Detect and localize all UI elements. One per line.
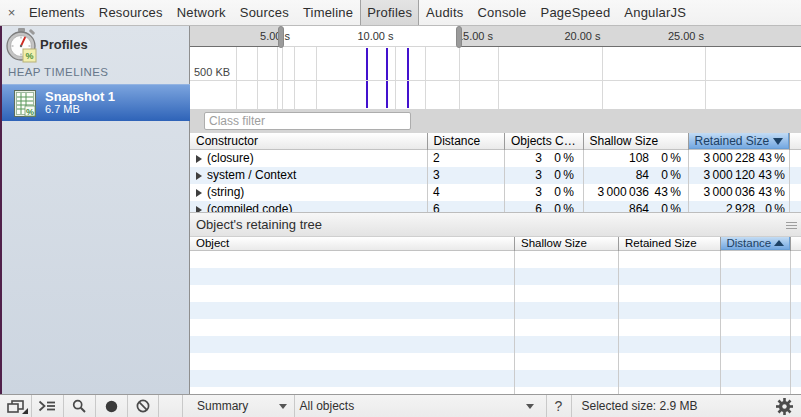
svg-text:%: % [25,51,33,61]
column-separator [618,237,619,251]
search-button[interactable] [64,395,96,417]
help-button[interactable]: ? [547,395,571,417]
column-header-objects-count[interactable]: Objects C… [505,133,583,148]
ruler-label: 15.00 s [457,30,493,42]
tab-audits[interactable]: Audits [419,0,470,25]
clear-button[interactable] [128,395,159,417]
constructor-row[interactable]: system / Context330 %840 %3 000 12043 % [190,167,801,184]
class-filter-input[interactable] [204,112,411,130]
cell-objects-count-percent: 0 % [554,184,574,201]
snapshot-marker [366,48,368,108]
retaining-tree-titlebar[interactable]: Object's retaining tree [190,212,801,237]
record-button[interactable] [96,395,127,417]
column-separator [720,237,721,251]
cell-shallow-size: 108 [629,150,649,167]
column-separator [514,251,515,394]
column-header-rt-shallow-size[interactable]: Shallow Size [515,237,618,249]
tab-elements[interactable]: Elements [22,0,92,25]
snapshot-marker [386,48,388,108]
cell-objects-count: 3 [535,167,542,184]
expand-arrow-icon[interactable] [196,155,202,163]
timeline-ruler[interactable]: 5.00 s10.00 s15.00 s20.00 s25.00 s [190,26,801,47]
column-header-retained-size-label: Retained Size [695,134,770,148]
expand-arrow-icon[interactable] [196,189,202,197]
cell-constructor: (closure) [196,150,254,167]
constructor-row[interactable]: (closure)230 %1080 %3 000 22843 % [190,150,801,167]
show-console-button[interactable] [32,395,63,417]
window-resizer-left[interactable] [278,26,284,48]
ruler-label: 20.00 s [564,30,600,42]
close-icon[interactable]: × [5,0,18,25]
column-separator [720,251,721,394]
tab-profiles[interactable]: Profiles [360,0,419,25]
statusbar-spacer [159,395,182,417]
column-separator [790,251,791,394]
panel-tabs: ElementsResourcesNetworkSourcesTimelineP… [22,0,693,25]
window-resizer-right[interactable] [456,26,462,48]
tab-console[interactable]: Console [470,0,533,25]
heap-timeline-overview[interactable]: 500 KB [190,47,801,109]
constructor-row[interactable]: (string)430 %3 000 03643 %3 000 03643 % [190,184,801,201]
help-label: ? [555,398,563,414]
snapshot-size: 6.7 MB [45,103,80,115]
selected-size-label: Selected size: 2.9 MB [582,399,698,413]
tab-timeline[interactable]: Timeline [296,0,360,25]
tab-angularjs[interactable]: AngularJS [617,0,693,25]
grid-line [316,47,317,109]
cell-constructor: (string) [196,184,244,201]
sidebar-title: Profiles [40,37,88,52]
statusbar-flex-spacer [698,395,767,417]
perspective-select[interactable]: Summary [183,395,294,417]
constructor-name: (closure) [196,151,254,165]
constructor-name: system / Context [196,168,296,182]
ruler-label: 25.00 s [668,30,704,42]
grid-line [425,47,426,109]
tab-network[interactable]: Network [170,0,233,25]
ruler-label: 5.00 s [260,30,290,42]
grid-line [282,47,283,109]
record-icon [105,400,118,413]
column-header-rt-distance[interactable]: Distance [720,237,791,250]
tab-sources[interactable]: Sources [233,0,296,25]
tab-resources[interactable]: Resources [92,0,170,25]
cell-distance: 4 [433,184,440,201]
retaining-tree-header: Object Shallow Size Retained Size Distan… [190,237,801,251]
panel-tabbar: × ElementsResourcesNetworkSourcesTimelin… [0,0,801,26]
dock-options-corner [22,408,28,414]
dock-side-button[interactable] [0,395,31,417]
cell-retained-size: 3 000 036 [703,184,755,201]
devtools-window: × ElementsResourcesNetworkSourcesTimelin… [0,0,801,417]
objects-population-select[interactable]: All objects [295,395,546,417]
column-header-retained-size[interactable]: Retained Size [688,133,790,149]
constructors-grid-body: (closure)230 %1080 %3 000 22843 %system … [190,150,801,212]
retaining-tree-title: Object's retaining tree [196,217,322,232]
selected-size-status: Selected size: 2.9 MB [572,395,698,417]
grid-line [705,47,706,109]
statusbar: Summary All objects ? Selected size: 2.9… [0,394,801,417]
heap-timelines-label: HEAP TIMELINES [8,66,108,78]
search-icon [72,399,86,413]
column-header-object[interactable]: Object [190,237,514,249]
sidebar-item-snapshot[interactable]: % Snapshot 1 6.7 MB [2,84,190,121]
svg-text:%: % [26,107,34,117]
snapshot-marker [407,48,409,108]
chevron-down-icon [279,404,287,409]
column-header-rt-retained-size[interactable]: Retained Size [619,237,719,249]
cell-objects-count-percent: 0 % [554,150,574,167]
grid-line [277,47,278,109]
grid-line [395,47,396,109]
column-separator [504,133,505,150]
column-header-constructor[interactable]: Constructor [190,133,427,148]
expand-arrow-icon[interactable] [196,172,202,180]
tab-pagespeed[interactable]: PageSpeed [534,0,618,25]
settings-button[interactable] [767,395,801,417]
cell-retained-size-percent: 43 % [759,184,785,201]
clear-icon [136,399,150,413]
column-header-distance[interactable]: Distance [428,133,505,148]
column-header-shallow-size[interactable]: Shallow Size [584,133,688,148]
overview-y-axis-label: 500 KB [194,66,230,78]
sort-descending-icon [773,138,783,145]
chevron-down-icon [526,404,534,409]
splitter-grip-icon[interactable] [786,222,797,229]
cell-shallow-size-percent: 0 % [661,150,681,167]
